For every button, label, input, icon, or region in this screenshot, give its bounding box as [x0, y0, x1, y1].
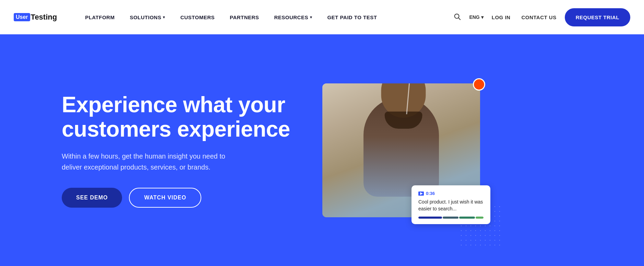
- request-trial-button[interactable]: REQUEST TRIAL: [565, 8, 630, 26]
- logo-testing: Testing: [31, 13, 57, 22]
- nav-item-customers[interactable]: CUSTOMERS: [173, 0, 222, 34]
- hero-content: Experience what your customers experienc…: [62, 93, 302, 208]
- nav-right: ENG ▾ LOG IN CONTACT US REQUEST TRIAL: [451, 8, 630, 26]
- search-button[interactable]: [451, 11, 464, 23]
- language-selector[interactable]: ENG ▾: [469, 14, 483, 20]
- hero-subtitle: Within a few hours, get the human insigh…: [62, 151, 240, 173]
- recording-indicator: [473, 78, 485, 91]
- quote-timestamp: 0:36: [418, 191, 484, 196]
- hero-title: Experience what your customers experienc…: [62, 93, 302, 141]
- nav-item-partners[interactable]: PARTNERS: [222, 0, 266, 34]
- watch-video-button[interactable]: WATCH VIDEO: [129, 188, 201, 208]
- nav-item-resources[interactable]: RESOURCES ▾: [266, 0, 320, 34]
- nav-item-get-paid[interactable]: GET PAID TO TEST: [320, 0, 384, 34]
- logo[interactable]: User Testing: [14, 13, 57, 22]
- logo-user: User: [14, 13, 30, 21]
- quote-card: 0:36 Cool product. I just wish it was ea…: [412, 185, 490, 224]
- contact-us-button[interactable]: CONTACT US: [518, 14, 559, 20]
- quote-text: Cool product. I just wish it was easier …: [418, 199, 484, 212]
- svg-line-1: [459, 18, 461, 20]
- hero-image: 0:36 Cool product. I just wish it was ea…: [322, 83, 480, 217]
- login-button[interactable]: LOG IN: [489, 14, 513, 20]
- see-demo-button[interactable]: SEE DEMO: [62, 188, 122, 208]
- hero-visual: 0:36 Cool product. I just wish it was ea…: [322, 83, 484, 217]
- chevron-down-icon: ▾: [481, 14, 484, 20]
- navigation: User Testing PLATFORM SOLUTIONS ▾ CUSTOM…: [0, 0, 644, 34]
- nav-links: PLATFORM SOLUTIONS ▾ CUSTOMERS PARTNERS …: [77, 0, 451, 34]
- nav-item-platform[interactable]: PLATFORM: [77, 0, 122, 34]
- hero-section: Experience what your customers experienc…: [0, 34, 644, 266]
- lang-label: ENG: [469, 14, 479, 20]
- nav-item-solutions[interactable]: SOLUTIONS ▾: [122, 0, 173, 34]
- chevron-down-icon: ▾: [310, 15, 312, 20]
- play-icon: [418, 192, 424, 196]
- chevron-down-icon: ▾: [163, 15, 165, 20]
- quote-color-bar: [418, 217, 484, 219]
- hero-buttons: SEE DEMO WATCH VIDEO: [62, 188, 302, 208]
